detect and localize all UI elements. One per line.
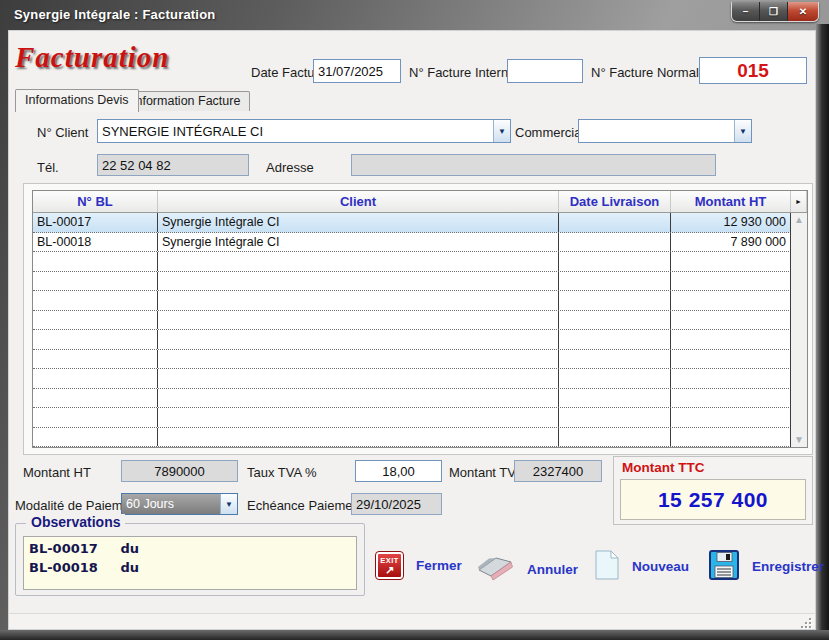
table-cell-client bbox=[158, 330, 559, 349]
table-cell-client bbox=[158, 272, 559, 291]
table-cell-date bbox=[559, 350, 671, 369]
commercial-label: Commercial bbox=[515, 125, 584, 140]
column-header[interactable]: N° BL bbox=[33, 191, 158, 212]
table-row-empty[interactable] bbox=[33, 330, 807, 350]
tab-information-facture[interactable]: Information Facture bbox=[122, 91, 250, 111]
adresse-field[interactable] bbox=[351, 154, 716, 176]
table-cell-date bbox=[559, 233, 671, 252]
table-cell-date bbox=[559, 252, 671, 271]
column-header[interactable]: Date Livraison bbox=[559, 191, 671, 212]
column-header[interactable]: Montant HT bbox=[671, 191, 791, 212]
table-cell-client bbox=[158, 291, 559, 310]
montant-ttc-value: 15 257 400 bbox=[620, 479, 806, 520]
table-row-empty[interactable] bbox=[33, 428, 807, 448]
enregistrer-button[interactable]: Enregistrer bbox=[709, 550, 824, 583]
echeance-paiement-field[interactable]: 29/10/2025 bbox=[351, 493, 442, 515]
app-window: Synergie Intégrale : Facturation – ❐ ✕ F… bbox=[0, 0, 829, 640]
observations-label: Observations bbox=[26, 514, 125, 530]
table-row[interactable]: BL-00017Synergie Intégrale CI12 930 000 bbox=[33, 213, 807, 233]
table-cell-client bbox=[158, 369, 559, 388]
modalite-paiement-combobox[interactable]: 60 Jours ▼ bbox=[121, 493, 238, 515]
taux-tva-field[interactable]: 18,00 bbox=[355, 460, 442, 482]
minimize-icon: – bbox=[743, 6, 749, 17]
window-title: Synergie Intégrale : Facturation bbox=[14, 7, 215, 22]
montant-tva-field[interactable]: 2327400 bbox=[514, 460, 602, 482]
scroll-up-icon[interactable]: ▲ bbox=[794, 213, 804, 227]
client-label: N° Client bbox=[37, 125, 88, 140]
table-cell-bl bbox=[33, 330, 158, 349]
observations-textarea[interactable]: BL-00017 du BL-00018 du bbox=[23, 536, 357, 590]
commercial-combobox[interactable]: ▼ bbox=[578, 119, 752, 143]
window-frame-bottom bbox=[0, 630, 829, 640]
client-combobox[interactable]: SYNERGIE INTÉGRALE CI ▼ bbox=[97, 119, 511, 143]
window-frame-right bbox=[816, 24, 829, 640]
table-cell-mht bbox=[671, 408, 791, 427]
tel-field[interactable]: 22 52 04 82 bbox=[97, 154, 249, 176]
observations-groupbox: Observations BL-00017 du BL-00018 du bbox=[15, 523, 365, 596]
table-cell-mht bbox=[671, 291, 791, 310]
table-header: N° BLClientDate LivraisonMontant HT► bbox=[33, 191, 807, 213]
tab-informations-devis[interactable]: Informations Devis bbox=[15, 89, 139, 112]
table-cell-mht: 12 930 000 bbox=[671, 213, 791, 232]
close-button[interactable]: ✕ bbox=[788, 2, 818, 21]
table-cell-date bbox=[559, 408, 671, 427]
titlebar[interactable]: Synergie Intégrale : Facturation – ❐ ✕ bbox=[0, 0, 829, 30]
date-facture-field[interactable]: 31/07/2025 bbox=[313, 59, 401, 83]
eraser-icon bbox=[476, 555, 514, 584]
scroll-down-icon[interactable]: ▼ bbox=[794, 433, 804, 447]
table-cell-bl bbox=[33, 252, 158, 271]
montant-ttc-groupbox: Montant TTC 15 257 400 bbox=[613, 456, 813, 525]
annuler-button[interactable]: Annuler bbox=[476, 555, 578, 584]
chevron-down-icon[interactable]: ▼ bbox=[220, 494, 237, 514]
table-cell-bl bbox=[33, 350, 158, 369]
resize-grip-icon[interactable] bbox=[801, 618, 811, 628]
status-strip bbox=[9, 613, 815, 629]
table-row-empty[interactable] bbox=[33, 272, 807, 292]
nouveau-button-label: Nouveau bbox=[632, 559, 689, 574]
table-row-empty[interactable] bbox=[33, 311, 807, 331]
montant-ht-field[interactable]: 7890000 bbox=[121, 460, 238, 482]
table-cell-mht bbox=[671, 428, 791, 447]
column-header[interactable]: Client bbox=[158, 191, 559, 212]
nouveau-button[interactable]: Nouveau bbox=[595, 550, 689, 583]
modalite-paiement-value: 60 Jours bbox=[122, 494, 220, 514]
adresse-label: Adresse bbox=[266, 160, 314, 175]
exit-icon: EXIT ↗ bbox=[376, 552, 403, 579]
chevron-down-icon[interactable]: ▼ bbox=[734, 120, 751, 142]
floppy-disk-icon bbox=[709, 550, 739, 583]
table-cell-bl: BL-00018 bbox=[33, 233, 158, 252]
table-row-empty[interactable] bbox=[33, 369, 807, 389]
facture-normalisee-field[interactable]: 015 bbox=[699, 57, 807, 84]
table-scrollbar[interactable]: ▲ ▼ bbox=[790, 213, 807, 447]
echeance-paiement-label: Echéance Paiement bbox=[247, 498, 363, 513]
table-row-empty[interactable] bbox=[33, 408, 807, 428]
new-page-icon bbox=[595, 550, 619, 583]
commercial-combobox-value bbox=[579, 120, 734, 142]
minimize-button[interactable]: – bbox=[732, 2, 760, 21]
table-row-empty[interactable] bbox=[33, 291, 807, 311]
table-row[interactable]: BL-00018Synergie Intégrale CI7 890 000 bbox=[33, 233, 807, 253]
main-form: Facturation Date Facture 31/07/2025 N° F… bbox=[8, 30, 816, 630]
table-cell-bl bbox=[33, 291, 158, 310]
table-cell-client bbox=[158, 252, 559, 271]
bl-table: N° BLClientDate LivraisonMontant HT► BL-… bbox=[32, 190, 808, 448]
fermer-button[interactable]: EXIT ↗ Fermer bbox=[376, 552, 462, 579]
table-row-empty[interactable] bbox=[33, 350, 807, 370]
table-cell-client bbox=[158, 408, 559, 427]
enregistrer-button-label: Enregistrer bbox=[752, 559, 824, 574]
table-cell-client bbox=[158, 428, 559, 447]
fermer-button-label: Fermer bbox=[416, 558, 462, 573]
table-cell-date bbox=[559, 369, 671, 388]
table-body: BL-00017Synergie Intégrale CI12 930 000B… bbox=[33, 213, 807, 447]
maximize-button[interactable]: ❐ bbox=[760, 2, 788, 21]
facture-interne-field[interactable] bbox=[507, 59, 583, 83]
table-cell-date bbox=[559, 428, 671, 447]
column-expand-icon[interactable]: ► bbox=[791, 191, 807, 212]
table-row-empty[interactable] bbox=[33, 252, 807, 272]
chevron-down-icon[interactable]: ▼ bbox=[493, 120, 510, 142]
annuler-button-label: Annuler bbox=[527, 562, 578, 577]
table-cell-date bbox=[559, 330, 671, 349]
table-cell-client bbox=[158, 389, 559, 408]
table-row-empty[interactable] bbox=[33, 389, 807, 409]
table-cell-mht bbox=[671, 252, 791, 271]
